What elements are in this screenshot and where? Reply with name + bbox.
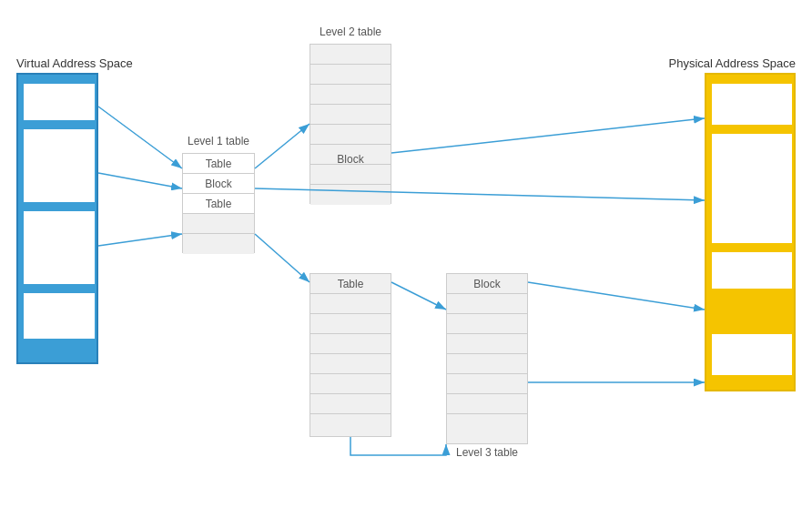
arrow-l2bottom-l3	[391, 282, 446, 310]
arrow-l1-l2top	[255, 124, 310, 168]
l3-row7	[447, 394, 527, 414]
l2t-row8	[310, 185, 391, 205]
l1-row4	[183, 214, 254, 234]
l2t-row1	[310, 45, 391, 65]
l1-row5	[183, 234, 254, 254]
arrow-l3-pas-bottom	[528, 282, 705, 310]
l3-row2	[447, 294, 527, 314]
vas-row-1	[24, 84, 95, 120]
l2b-row1-label: Table	[310, 278, 391, 290]
pas-row-1	[712, 84, 792, 125]
l3-row1: Block	[447, 274, 527, 294]
pas-row-4	[712, 334, 792, 375]
arrow-l2top-pas-top	[391, 118, 705, 153]
l2b-row4	[310, 334, 391, 354]
virtual-address-space	[16, 73, 98, 364]
l3-row8	[447, 414, 527, 434]
l1-row3: Table	[183, 194, 254, 214]
l2b-row3	[310, 314, 391, 334]
arrow-vas-l1-3	[98, 234, 182, 246]
arrow-l1-l2bottom	[255, 234, 310, 282]
l1-row3-label: Table	[183, 198, 254, 210]
vas-row-4	[24, 293, 95, 339]
arrow-vas-l1-1	[98, 107, 182, 168]
arrow-vas-l1-2	[98, 173, 182, 188]
l3-row5	[447, 354, 527, 374]
l1-row2-label: Block	[183, 178, 254, 190]
l2t-row2	[310, 65, 391, 85]
l2b-row1: Table	[310, 274, 391, 294]
pas-label: Physical Address Space	[669, 56, 796, 70]
l2b-row2	[310, 294, 391, 314]
pas-row-3	[712, 252, 792, 289]
l1-row1: Table	[183, 154, 254, 174]
level1-table: Table Block Table	[182, 153, 255, 253]
level2-bottom-table: Table	[310, 273, 391, 437]
level3-table-label: Level 3 table	[446, 446, 528, 459]
level2-top-table	[310, 44, 391, 204]
level3-table: Block	[446, 273, 528, 444]
l2t-row5	[310, 125, 391, 145]
l2t-row3	[310, 85, 391, 105]
level2-top-block-label: Block	[310, 153, 391, 166]
level2-top-label: Level 2 table	[310, 25, 391, 38]
vas-label: Virtual Address Space	[16, 56, 133, 70]
vas-row-2	[24, 129, 95, 202]
level1-table-label: Level 1 table	[178, 135, 259, 147]
physical-address-space	[705, 73, 796, 391]
l2b-row8	[310, 414, 391, 434]
l3-row4	[447, 334, 527, 354]
l2b-row7	[310, 394, 391, 414]
l3-row1-label: Block	[447, 278, 527, 290]
l3-row3	[447, 314, 527, 334]
l1-row2: Block	[183, 174, 254, 194]
l2b-row5	[310, 354, 391, 374]
arrows-svg	[0, 0, 812, 508]
arrow-l2bottom-down	[350, 437, 446, 455]
l1-row1-label: Table	[183, 157, 254, 170]
l3-row6	[447, 374, 527, 394]
l2t-row7	[310, 165, 391, 185]
pas-row-2	[712, 134, 792, 243]
l2b-row6	[310, 374, 391, 394]
vas-row-3	[24, 211, 95, 284]
l2t-row4	[310, 105, 391, 125]
